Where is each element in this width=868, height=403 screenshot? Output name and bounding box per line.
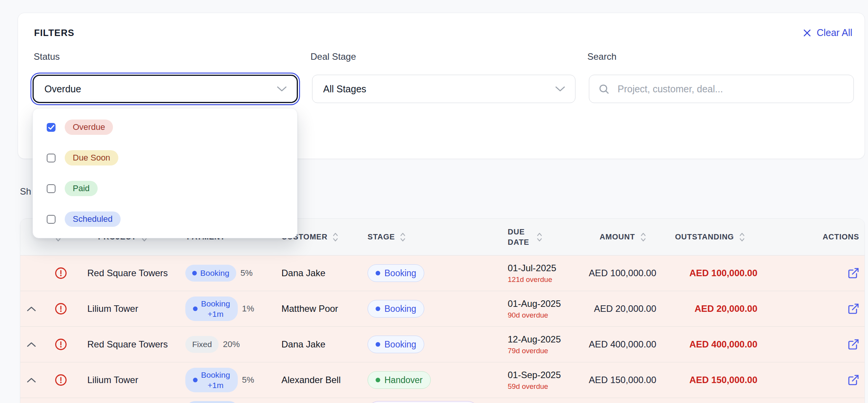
outstanding-amount: AED 20,000.00	[665, 291, 766, 326]
deal-stage-select[interactable]: All Stages	[312, 75, 575, 103]
expand-toggle[interactable]	[20, 291, 43, 326]
due-date: 01-Jul-2025	[508, 263, 556, 274]
dot-icon	[376, 271, 380, 275]
sort-arrows-icon	[537, 232, 542, 242]
stage-badge: Handover	[368, 371, 431, 389]
payment-cell: Booking +1m 1%	[180, 291, 274, 326]
expand-toggle[interactable]	[20, 362, 43, 398]
payment-type-badge: Booking	[185, 265, 236, 282]
external-link-icon[interactable]	[847, 267, 860, 279]
checkbox-scheduled[interactable]	[47, 215, 56, 224]
project-name: Lilium Tower	[79, 362, 180, 398]
overdue-days: 121d overdue	[508, 275, 552, 284]
deal-stage-select-value: All Stages	[323, 84, 366, 95]
actions-cell	[766, 256, 865, 291]
search-field	[589, 75, 854, 103]
stage-cell: Booking	[362, 256, 502, 291]
payment-type-badge	[185, 401, 239, 403]
payment-percent: 5%	[242, 375, 254, 385]
stage-cell: Booking	[362, 291, 502, 326]
status-select[interactable]: Overdue	[33, 75, 298, 103]
checkbox-paid[interactable]	[47, 184, 56, 193]
payment-percent: 1%	[242, 304, 254, 314]
status-dropdown-panel: Overdue Due Soon Paid Scheduled	[33, 108, 298, 238]
chevron-up-icon	[27, 378, 36, 383]
expand-toggle[interactable]	[20, 327, 43, 362]
search-input[interactable]	[589, 75, 854, 103]
status-option-paid[interactable]: Paid	[33, 180, 297, 197]
stage-badge: Booking	[368, 300, 424, 318]
external-link-icon[interactable]	[847, 303, 860, 315]
payment-percent: 5%	[240, 268, 253, 278]
dot-icon	[193, 306, 198, 311]
due-date-cell: 01-Sep-2025 59d overdue	[502, 362, 586, 398]
sort-arrows-icon	[400, 232, 405, 242]
dot-icon	[192, 271, 197, 275]
stage-badge: Booking	[368, 336, 424, 353]
payment-cell: Fixed 20%	[180, 327, 274, 362]
overdue-alert-icon	[43, 256, 79, 291]
table-row: Red Square Towers Fixed 20% Dana Jake Bo…	[20, 327, 865, 362]
due-date: 01-Sep-2025	[508, 370, 561, 380]
external-link-icon[interactable]	[847, 374, 860, 386]
amount: AED 20,000.00	[586, 291, 665, 326]
header-due-date[interactable]: DUE DATE	[502, 227, 586, 247]
outstanding-amount: AED 400,000.00	[665, 327, 766, 362]
actions-cell	[766, 327, 865, 362]
chevron-down-icon	[277, 86, 287, 92]
status-pill-scheduled: Scheduled	[65, 211, 121, 227]
payment-type-badge: Fixed	[185, 336, 219, 353]
due-date: 12-Aug-2025	[508, 334, 561, 345]
sort-arrows-icon	[641, 232, 646, 242]
external-link-icon[interactable]	[847, 338, 860, 351]
overdue-alert-icon	[43, 291, 79, 326]
checkbox-overdue[interactable]	[47, 123, 56, 132]
customer-name: Alexander Bell	[274, 362, 362, 398]
search-icon	[598, 83, 610, 95]
table-row: Red Square Towers Booking 5% Dana Jake B…	[20, 256, 865, 291]
clear-all-button[interactable]: Clear All	[802, 27, 852, 38]
showing-results-text: Sh	[20, 186, 31, 197]
status-option-due-soon[interactable]: Due Soon	[33, 149, 297, 166]
expand-toggle	[20, 256, 43, 291]
table-row: Lilium Tower Booking +1m 5% Alexander Be…	[20, 362, 865, 398]
stage-cell: Booking	[362, 327, 502, 362]
stage-cell: Handover	[362, 362, 502, 398]
close-icon	[802, 28, 812, 38]
overdue-days: 59d overdue	[508, 382, 548, 391]
payment-type-badge: Booking +1m	[185, 297, 238, 321]
status-label: Status	[34, 51, 60, 62]
payments-table: PROJECT PAYMENT CUSTOMER STAGE DUE DATE	[20, 218, 865, 403]
customer-name: Matthew Poor	[274, 291, 362, 326]
chevron-up-icon	[27, 342, 36, 347]
due-date-cell: 01-Aug-2025 90d overdue	[502, 291, 586, 326]
sort-arrows-icon	[333, 232, 338, 242]
header-amount[interactable]: AMOUNT	[586, 232, 665, 242]
project-name: Red Square Towers	[79, 256, 180, 291]
header-stage[interactable]: STAGE	[362, 232, 502, 242]
amount: AED 150,000.00	[586, 362, 665, 398]
chevron-down-icon	[555, 86, 565, 92]
status-pill-due-soon: Due Soon	[65, 150, 118, 165]
status-select-value: Overdue	[44, 84, 81, 95]
payment-percent: 20%	[223, 339, 240, 349]
project-name: Lilium Tower	[79, 291, 180, 326]
dot-icon	[376, 306, 380, 311]
customer-name: Dana Jake	[274, 327, 362, 362]
filters-title: FILTERS	[34, 28, 74, 38]
due-date-cell: 01-Jul-2025 121d overdue	[502, 256, 586, 291]
payment-cell	[180, 398, 274, 403]
overdue-alert-icon	[43, 362, 79, 398]
amount: AED 400,000.00	[586, 327, 665, 362]
overdue-alert-icon	[43, 327, 79, 362]
header-outstanding[interactable]: OUTSTANDING	[665, 232, 766, 242]
checkbox-due-soon[interactable]	[47, 154, 56, 162]
table-row-partial	[20, 398, 865, 403]
customer-name: Dana Jake	[274, 256, 362, 291]
status-option-overdue[interactable]: Overdue	[33, 119, 297, 136]
status-pill-overdue: Overdue	[65, 120, 113, 135]
outstanding-amount: AED 100,000.00	[665, 256, 766, 291]
stage-badge	[368, 401, 479, 403]
status-option-scheduled[interactable]: Scheduled	[33, 211, 297, 228]
actions-cell	[766, 291, 865, 326]
